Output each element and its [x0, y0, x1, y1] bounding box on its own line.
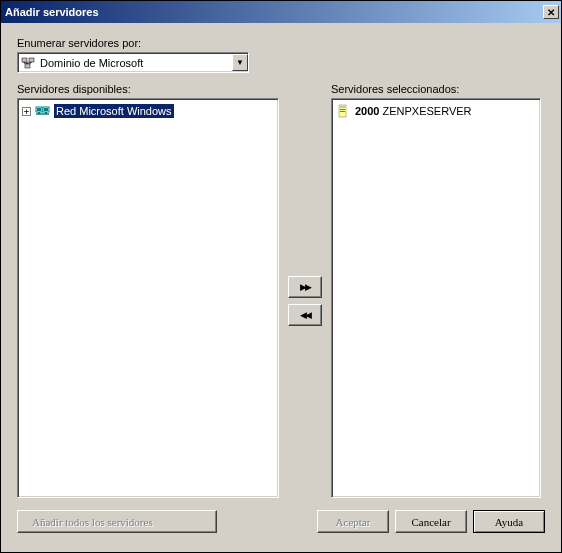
dropdown-value: Dominio de Microsoft	[36, 57, 232, 69]
svg-rect-12	[38, 112, 40, 114]
svg-rect-17	[340, 111, 345, 112]
svg-rect-0	[22, 58, 27, 62]
accept-button[interactable]: Aceptar	[317, 510, 389, 533]
svg-rect-9	[37, 108, 41, 111]
arrow-left-icon: ◀◀	[300, 310, 310, 320]
close-icon: ✕	[547, 7, 555, 18]
available-servers-list[interactable]: + Red Microsoft Windows	[17, 98, 279, 498]
svg-rect-16	[340, 109, 345, 110]
selected-servers-list[interactable]: 2000 ZENPXESERVER	[331, 98, 541, 498]
window-title: Añadir servidores	[5, 6, 99, 18]
add-all-button[interactable]: Añadir todos los servidores	[17, 510, 217, 533]
svg-rect-15	[340, 106, 345, 108]
tree-item-label: Red Microsoft Windows	[54, 104, 174, 118]
chevron-down-icon: ▼	[236, 58, 244, 67]
close-button[interactable]: ✕	[543, 5, 559, 19]
available-label: Servidores disponibles:	[17, 83, 279, 95]
svg-rect-1	[29, 58, 34, 62]
dialog-content: Enumerar servidores por: Dominio de Micr…	[1, 23, 561, 543]
title-bar: Añadir servidores ✕	[1, 1, 561, 23]
server-name: ZENPXESERVER	[382, 105, 471, 117]
move-right-button[interactable]: ▶▶	[288, 276, 322, 298]
enumerate-dropdown[interactable]: Dominio de Microsoft ▼	[17, 52, 249, 73]
enumerate-label: Enumerar servidores por:	[17, 37, 545, 49]
network-neighborhood-icon	[35, 103, 51, 119]
svg-rect-13	[45, 112, 47, 114]
svg-rect-10	[44, 108, 48, 111]
move-left-button[interactable]: ◀◀	[288, 304, 322, 326]
tree-item[interactable]: + Red Microsoft Windows	[20, 103, 276, 119]
network-icon	[20, 55, 36, 71]
list-item[interactable]: 2000 ZENPXESERVER	[334, 103, 538, 119]
dropdown-arrow-button[interactable]: ▼	[232, 54, 248, 71]
svg-rect-2	[25, 64, 30, 68]
server-icon	[336, 103, 352, 119]
selected-label: Servidores seleccionados:	[331, 83, 541, 95]
expand-icon[interactable]: +	[22, 107, 31, 116]
server-badge: 2000	[355, 105, 379, 117]
cancel-button[interactable]: Cancelar	[395, 510, 467, 533]
arrow-right-icon: ▶▶	[300, 282, 310, 292]
help-button[interactable]: Ayuda	[473, 510, 545, 533]
